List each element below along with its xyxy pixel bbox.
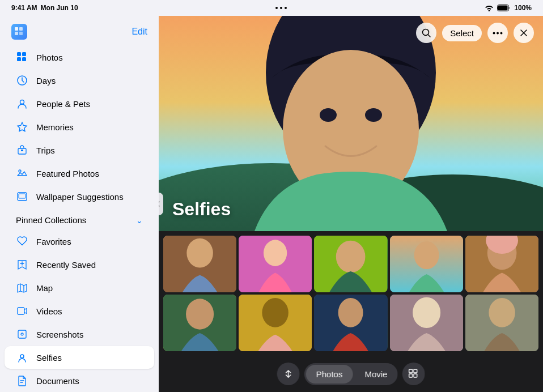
svg-point-52: [338, 298, 363, 327]
sidebar-header: Edit: [0, 16, 159, 45]
photo-thumb-3[interactable]: [314, 236, 387, 292]
trips-icon: [16, 144, 28, 156]
sidebar-item-people-pets[interactable]: People & Pets: [5, 92, 154, 115]
days-label: Days: [36, 76, 56, 86]
map-icon: [16, 282, 28, 294]
svg-rect-13: [21, 150, 23, 151]
dot3: [285, 7, 287, 9]
svg-point-19: [21, 333, 23, 335]
map-label: Map: [36, 283, 53, 293]
edit-button[interactable]: Edit: [131, 27, 147, 37]
recently-saved-label: Recently Saved: [36, 260, 96, 270]
svg-point-54: [413, 297, 440, 328]
photo-thumb-6[interactable]: [163, 295, 236, 351]
svg-rect-5: [19, 32, 23, 35]
favorites-label: Favorites: [36, 237, 71, 246]
pinned-collections-title: Pinned Collections: [16, 215, 86, 225]
status-bar-center: [275, 7, 287, 9]
documents-label: Documents: [36, 376, 79, 386]
sidebar-item-featured-photos[interactable]: Featured Photos: [5, 162, 154, 185]
featured-photos-label: Featured Photos: [36, 169, 99, 178]
favorites-icon: [16, 235, 28, 248]
svg-rect-16: [19, 194, 26, 198]
svg-point-48: [186, 299, 214, 329]
svg-rect-8: [17, 57, 21, 61]
sidebar-item-screenshots[interactable]: Screenshots: [5, 323, 154, 346]
battery-icon: [497, 5, 511, 11]
videos-label: Videos: [36, 306, 62, 316]
sidebar-item-favorites[interactable]: Favorites: [5, 230, 154, 253]
svg-point-43: [414, 241, 439, 269]
featured-photos-icon: [16, 167, 28, 180]
sidebar-item-memories[interactable]: Memories: [5, 116, 154, 138]
photos-icon: [16, 51, 28, 63]
photo-row-2: [163, 295, 538, 351]
svg-rect-60: [409, 374, 412, 377]
app-icon: [11, 24, 27, 40]
search-button[interactable]: [416, 23, 436, 43]
status-bar: 9:41 AM Mon Jun 10 100%: [0, 0, 543, 16]
videos-icon: [16, 305, 28, 317]
svg-rect-3: [19, 27, 23, 31]
photo-thumb-7[interactable]: [239, 295, 312, 351]
sidebar-item-documents[interactable]: Documents: [5, 369, 154, 392]
svg-rect-9: [22, 57, 26, 61]
svg-rect-59: [413, 369, 417, 373]
right-panel: Select: [159, 16, 543, 392]
photo-thumb-2[interactable]: [239, 236, 312, 292]
select-button[interactable]: Select: [442, 25, 482, 41]
photo-thumb-5[interactable]: [465, 236, 538, 292]
movie-mode-button[interactable]: Movie: [354, 365, 397, 384]
photos-mode-button[interactable]: Photos: [306, 365, 353, 384]
chevron-down-icon: ⌄: [136, 216, 143, 225]
collapse-handle[interactable]: [159, 193, 163, 215]
svg-point-34: [365, 108, 382, 122]
selfies-label: Selfies: [36, 353, 62, 363]
sidebar-nav: Photos Days People & P: [0, 45, 159, 208]
svg-point-36: [186, 238, 213, 268]
svg-point-14: [19, 170, 21, 172]
sidebar-item-videos[interactable]: Videos: [5, 300, 154, 322]
photo-thumb-10[interactable]: [465, 295, 538, 351]
close-button[interactable]: [514, 23, 534, 43]
bottom-toolbar: Photos Movie: [277, 363, 425, 385]
screenshots-icon: [16, 328, 28, 340]
photo-thumb-1[interactable]: [163, 236, 236, 292]
sidebar-item-days[interactable]: Days: [5, 69, 154, 92]
sort-button[interactable]: [277, 363, 300, 385]
photo-thumb-8[interactable]: [314, 295, 387, 351]
pinned-collections-header[interactable]: Pinned Collections ⌄: [5, 211, 154, 227]
wallpaper-label: Wallpaper Suggestions: [36, 192, 124, 202]
svg-rect-17: [18, 308, 24, 314]
sidebar-item-photos[interactable]: Photos: [5, 46, 154, 69]
battery-percent: 100%: [514, 4, 532, 12]
svg-point-27: [500, 32, 503, 34]
grid-button[interactable]: [402, 363, 425, 385]
documents-icon: [16, 374, 28, 387]
svg-point-25: [493, 32, 495, 34]
people-pets-label: People & Pets: [36, 99, 90, 109]
svg-rect-6: [17, 52, 21, 56]
more-button[interactable]: [487, 23, 508, 43]
svg-point-57: [489, 298, 515, 327]
main-content: Edit Photos: [0, 16, 543, 392]
sidebar-item-recently-saved[interactable]: Recently Saved: [5, 253, 154, 276]
svg-point-20: [20, 355, 24, 358]
sidebar-item-wallpaper-suggestions[interactable]: Wallpaper Suggestions: [5, 185, 154, 208]
pinned-nav: Favorites Recently Saved: [0, 229, 159, 392]
people-pets-icon: [16, 97, 28, 110]
sidebar-item-trips[interactable]: Trips: [5, 139, 154, 161]
memories-icon: [16, 121, 28, 133]
trips-label: Trips: [36, 146, 55, 155]
sidebar-item-map[interactable]: Map: [5, 276, 154, 299]
svg-point-50: [262, 298, 289, 327]
svg-point-33: [320, 108, 337, 122]
sidebar-item-selfies[interactable]: Selfies: [5, 346, 154, 369]
photo-thumb-4[interactable]: [390, 236, 463, 292]
days-icon: [16, 74, 28, 87]
status-time: 9:41 AM: [11, 4, 37, 12]
hero-title: Selfies: [172, 199, 231, 220]
status-bar-right: 100%: [485, 4, 532, 12]
photo-thumb-9[interactable]: [390, 295, 463, 351]
svg-point-26: [497, 32, 499, 34]
